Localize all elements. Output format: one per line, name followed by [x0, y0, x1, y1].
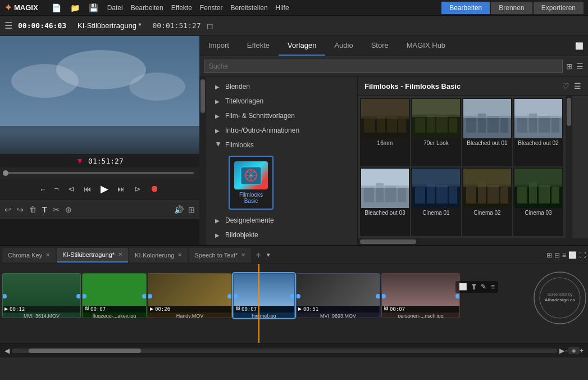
add-timeline-button[interactable]: + [252, 250, 264, 260]
tab-store[interactable]: Store [362, 36, 398, 56]
brennen-button[interactable]: Brennen [491, 2, 532, 14]
clip3-right-handle[interactable] [227, 294, 232, 298]
clip-himmel[interactable]: 🖼 00:07 himmel.jpg [233, 273, 295, 318]
clip-left-handle[interactable] [2, 294, 7, 298]
volume-icon[interactable]: 🔊 [174, 205, 184, 214]
filmlooks-basic-item[interactable]: Filmlooks Basic [229, 156, 274, 210]
thumb-16mm[interactable]: 16mm [360, 98, 410, 166]
clip6-left-handle[interactable] [381, 294, 386, 298]
thumb-bleached2[interactable]: Bleached out 02 [513, 98, 563, 166]
tree-item-blenden[interactable]: ▶ Blenden [206, 79, 357, 94]
scrub-handle[interactable] [3, 170, 8, 176]
play-button[interactable]: ▶ [98, 182, 111, 196]
menu-hilfe[interactable]: Hilfe [276, 4, 289, 12]
menu-datei[interactable]: Datei [107, 4, 123, 12]
clip-text-icon[interactable]: T [472, 283, 476, 291]
thumb-scrollbar[interactable] [566, 96, 572, 238]
clip5-left-handle[interactable] [296, 294, 300, 298]
effects-tool-icon[interactable]: ⊕ [65, 205, 72, 214]
thumb-bleached3[interactable]: Bleached out 03 [360, 168, 410, 236]
frame-forward-button[interactable]: ⊳ [132, 183, 143, 194]
tl-expand-icon[interactable]: ⬜ [568, 251, 577, 259]
zoom-in-button[interactable]: + [580, 347, 584, 355]
scroll-right-button[interactable]: ▶ [559, 347, 564, 355]
menu-bereitstellen[interactable]: Bereitstellen [231, 4, 268, 12]
tab-effekte[interactable]: Effekte [238, 36, 279, 56]
clip-more-icon[interactable]: ≡ [491, 283, 495, 291]
new-file-icon[interactable]: 📄 [52, 3, 61, 12]
trim-tool-icon[interactable]: ✂ [53, 205, 60, 214]
clip6-right-handle[interactable] [455, 294, 460, 298]
thumb-cinema3[interactable]: Cinema 03 [513, 168, 563, 236]
clip-personen[interactable]: 🖼 00:07 personen-...risch.jpg [381, 273, 460, 318]
tl-tab-speech-close[interactable]: ✕ [241, 252, 245, 258]
grid-settings-icon[interactable]: ⊞ [188, 205, 195, 214]
redo-icon[interactable]: ↪ [17, 205, 24, 214]
tab-import[interactable]: Import [199, 36, 238, 56]
clip5-right-handle[interactable] [376, 294, 380, 298]
undo-icon[interactable]: ↩ [4, 205, 11, 214]
tl-tab-ki-kol-close[interactable]: ✕ [177, 252, 182, 258]
clip-mvi3614[interactable]: ▶ 00:12 MVI_3614.MOV [2, 273, 81, 318]
clip-edit-icon[interactable]: ✎ [481, 283, 486, 291]
clip2-right-handle[interactable] [142, 294, 147, 298]
thumb-cinema2[interactable]: Cinema 02 [462, 168, 512, 236]
clip-resize-icon[interactable]: ⬜ [459, 283, 467, 291]
tab-vorlagen[interactable]: Vorlagen [279, 36, 325, 56]
tl-tab-speech[interactable]: Speech to Text* ✕ [189, 248, 251, 263]
clip4-left-handle[interactable] [233, 294, 238, 298]
expand-icon[interactable]: ◻ [207, 21, 213, 30]
list-view-button[interactable]: ☰ [576, 62, 584, 71]
playhead[interactable] [258, 264, 259, 343]
tree-item-titelvorlagen[interactable]: ▶ Titelvorlagen [206, 94, 357, 108]
panel-maximize-icon[interactable]: ⬜ [575, 42, 584, 50]
hamburger-menu[interactable]: ☰ [4, 20, 12, 31]
clip2-left-handle[interactable] [82, 294, 86, 298]
tree-item-film-schnitt[interactable]: ▶ Film- & Schnittvorlagen [206, 108, 357, 123]
clip4-right-handle[interactable] [290, 294, 295, 298]
tree-item-designelemente[interactable]: ▶ Designelemente [206, 213, 357, 228]
tl-grid-view-icon[interactable]: ⊞ [546, 251, 552, 259]
clip3-left-handle[interactable] [148, 294, 152, 298]
tl-tab-chroma-close[interactable]: ✕ [45, 252, 50, 258]
menu-effekte[interactable]: Effekte [171, 4, 192, 12]
menu-fenster[interactable]: Fenster [200, 4, 223, 12]
tree-item-intro-outro[interactable]: ▶ Intro-/Outro-Animationen [206, 123, 357, 138]
record-button[interactable]: ⏺ [148, 183, 161, 195]
text-tool-icon[interactable]: T [42, 205, 47, 214]
thumb-bleached1[interactable]: Bleached out 01 [462, 98, 512, 166]
tl-tab-ki-stil-close[interactable]: ✕ [118, 251, 122, 257]
step-back-button[interactable]: ⏮ [81, 183, 94, 194]
tab-magix-hub[interactable]: MAGIX Hub [398, 36, 454, 56]
preview-scrubbar[interactable] [0, 168, 199, 179]
thumb-cinema1[interactable]: Cinema 01 [411, 168, 461, 236]
exportieren-button[interactable]: Exportieren [534, 2, 584, 14]
thumb-hscrollbar[interactable] [358, 238, 588, 245]
clip-mvi9693[interactable]: ▶ 00:51 MVI_9693.MOV [296, 273, 380, 318]
grid-view-button[interactable]: ⊞ [566, 62, 573, 71]
tab-audio[interactable]: Audio [325, 36, 362, 56]
thumb-70er[interactable]: 70er Look [411, 98, 461, 166]
timeline-scrollbar[interactable] [12, 349, 557, 353]
tree-scrollbar[interactable] [199, 77, 206, 245]
zoom-out-button[interactable]: − [564, 347, 568, 355]
tree-item-bildobjekte[interactable]: ▶ Bildobjekte [206, 228, 357, 242]
save-icon[interactable]: 💾 [89, 3, 98, 12]
frame-back-button[interactable]: ⊲ [66, 183, 77, 194]
tl-fullscreen-icon[interactable]: ⛶ [579, 251, 586, 259]
favorite-icon[interactable]: ♡ [562, 82, 569, 91]
tl-tab-chroma[interactable]: Chroma Key ✕ [2, 248, 56, 263]
step-forward-button[interactable]: ⏭ [115, 183, 127, 194]
clip-handy[interactable]: ▶ 00:26 Handy.MOV [148, 273, 232, 318]
delete-icon[interactable]: 🗑 [29, 205, 37, 214]
tl-tab-ki-kol[interactable]: KI-Kolorierung ✕ [129, 248, 188, 263]
clip-flugzeug[interactable]: 🖼 00:07 flugzeug-...akey.jpg [82, 273, 147, 318]
tree-item-filmlooks[interactable]: ▶ Filmlooks [206, 138, 357, 152]
tl-list-view-icon[interactable]: ⊟ [554, 251, 560, 259]
search-input[interactable] [204, 60, 563, 73]
tl-compact-view-icon[interactable]: ≡ [562, 251, 566, 259]
clip-right-handle[interactable] [76, 294, 81, 298]
dropdown-arrow-icon[interactable]: ▼ [266, 252, 271, 258]
open-folder-icon[interactable]: 📁 [70, 3, 80, 12]
more-options-icon[interactable]: ☰ [574, 82, 581, 91]
